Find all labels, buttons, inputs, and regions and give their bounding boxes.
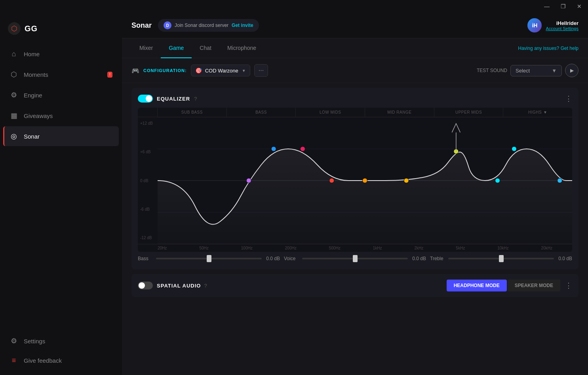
equalizer-title: EQUALIZER: [157, 96, 190, 102]
settings-icon: ⚙: [10, 337, 18, 345]
discord-text: Join Sonar discord server: [175, 23, 228, 28]
bass-slider-thumb[interactable]: [207, 255, 211, 262]
config-game-name: COD Warzone: [205, 68, 238, 74]
page-title: Sonar: [131, 21, 152, 30]
tab-game[interactable]: Game: [161, 38, 192, 58]
spatial-audio-toggle[interactable]: [138, 282, 153, 289]
y-label-6: +6 dB: [140, 150, 155, 154]
sidebar-item-moments[interactable]: ⬡ Moments !: [3, 65, 119, 84]
feedback-icon: ≡: [10, 356, 18, 365]
speaker-mode-button[interactable]: SPEAKER MODE: [508, 280, 560, 291]
treble-slider-track[interactable]: [448, 258, 554, 259]
bass-slider-track[interactable]: [156, 258, 262, 259]
voice-slider-group: Voice 0.0 dB: [284, 256, 426, 261]
voice-slider-value: 0.0 dB: [412, 256, 426, 261]
config-bar: 🎮 CONFIGURATION: 🎯 COD Warzone ▼ ··· TES…: [122, 58, 588, 83]
x-label-100hz: 100Hz: [241, 246, 253, 250]
bass-slider-value: 0.0 dB: [266, 256, 280, 261]
sidebar-settings-label: Settings: [24, 338, 112, 345]
y-label-n12: -12 dB: [140, 236, 155, 240]
y-label-n6: -6 dB: [140, 207, 155, 211]
moments-icon: ⬡: [10, 70, 18, 79]
eq-bands-header: SUB BASS BASS LOW MIDS MID RANGE UPPER M…: [138, 108, 572, 117]
main-header: Sonar D Join Sonar discord server Get in…: [122, 13, 588, 38]
tab-microphone[interactable]: Microphone: [219, 38, 264, 58]
equalizer-help-icon[interactable]: ?: [194, 96, 197, 102]
discord-logo-icon: D: [164, 21, 171, 29]
sidebar-item-sonar[interactable]: ◎ Sonar: [3, 126, 119, 146]
y-label-12: +12 dB: [140, 121, 155, 126]
test-sound-value: Select: [516, 68, 530, 74]
spatial-mode-buttons: HEADPHONE MODE SPEAKER MODE: [447, 280, 560, 291]
test-sound-dropdown[interactable]: Select ▼: [510, 65, 562, 76]
sidebar-item-label: Engine: [24, 92, 112, 99]
spatial-more-button[interactable]: ⋮: [565, 281, 572, 290]
sonar-icon: ◎: [10, 132, 18, 141]
equalizer-more-button[interactable]: ⋮: [565, 94, 572, 103]
bass-slider-label: Bass: [138, 256, 152, 261]
tabs-bar: Mixer Game Chat Microphone Having any is…: [122, 38, 588, 58]
band-low-mids: LOW MIDS: [296, 108, 365, 117]
equalizer-section: EQUALIZER ? ⋮ SUB BASS BASS LOW MIDS MID…: [131, 88, 578, 269]
x-label-5khz: 5kHz: [456, 246, 465, 250]
header-user: iH iHellrider Account Settings: [527, 18, 578, 32]
sidebar-logo: ⬡ GG: [0, 17, 122, 44]
get-help-link[interactable]: Get help: [561, 46, 578, 51]
highs-expand-icon[interactable]: ▼: [543, 110, 547, 114]
sidebar-item-feedback[interactable]: ≡ Give feedback: [3, 351, 119, 370]
titlebar: — ❐ ✕: [0, 0, 588, 13]
play-button[interactable]: ▶: [565, 64, 578, 77]
app-body: ⬡ GG ⌂ Home ⬡ Moments ! ⚙ Engine ▦ Givea…: [0, 13, 588, 375]
warzone-icon: 🎯: [195, 67, 202, 74]
treble-slider-label: Treble: [430, 256, 444, 261]
test-sound-label: TEST SOUND: [477, 68, 507, 73]
sidebar-item-label: Moments: [24, 71, 102, 78]
tab-mixer[interactable]: Mixer: [131, 38, 161, 58]
tab-chat[interactable]: Chat: [192, 38, 219, 58]
spatial-audio-title: SPATIAL AUDIO: [157, 283, 201, 289]
maximize-button[interactable]: ❐: [558, 2, 569, 11]
sidebar-item-label: Home: [24, 51, 112, 57]
moments-badge: !: [107, 72, 112, 78]
equalizer-sliders: Bass 0.0 dB Voice 0.0 dB T: [138, 252, 572, 263]
voice-slider-thumb[interactable]: [353, 255, 358, 262]
sidebar-feedback-label: Give feedback: [24, 357, 112, 364]
sidebar-item-home[interactable]: ⌂ Home: [3, 44, 119, 64]
voice-slider-label: Voice: [284, 256, 298, 261]
equalizer-toggle[interactable]: [138, 95, 153, 103]
treble-slider-value: 0.0 dB: [558, 256, 572, 261]
x-label-20khz: 20kHz: [541, 246, 552, 250]
band-mid-range: MID RANGE: [365, 108, 434, 117]
spatial-help-icon[interactable]: ?: [204, 283, 207, 289]
discord-promo[interactable]: D Join Sonar discord server Get invite: [158, 19, 259, 32]
logo-text: GG: [25, 24, 38, 33]
user-name: iHellrider: [546, 20, 578, 26]
close-button[interactable]: ✕: [574, 2, 585, 11]
treble-slider-group: Treble 0.0 dB: [430, 256, 572, 261]
sidebar-item-giveaways[interactable]: ▦ Giveaways: [3, 106, 119, 126]
y-label-0: 0 dB: [140, 179, 155, 183]
toggle-knob: [146, 95, 152, 102]
treble-slider-thumb[interactable]: [499, 255, 504, 262]
spatial-toggle-knob: [139, 282, 145, 289]
sidebar: ⬡ GG ⌂ Home ⬡ Moments ! ⚙ Engine ▦ Givea…: [0, 13, 122, 375]
equalizer-header: EQUALIZER ? ⋮: [138, 94, 572, 103]
headphone-mode-button[interactable]: HEADPHONE MODE: [447, 280, 507, 291]
band-upper-mids: UPPER MIDS: [434, 108, 504, 117]
logo-icon: ⬡: [8, 22, 21, 35]
band-sub-bass: SUB BASS: [158, 108, 227, 117]
voice-slider-track[interactable]: [302, 258, 408, 259]
config-more-button[interactable]: ···: [254, 64, 268, 77]
giveaways-icon: ▦: [10, 111, 18, 120]
minimize-button[interactable]: —: [541, 2, 553, 11]
eq-curve-canvas[interactable]: [158, 117, 572, 244]
sidebar-item-settings[interactable]: ⚙ Settings: [3, 331, 119, 351]
sidebar-item-engine[interactable]: ⚙ Engine: [3, 85, 119, 105]
get-invite-link[interactable]: Get invite: [232, 23, 253, 28]
sidebar-item-label: Sonar: [24, 133, 112, 140]
scrollable-main: EQUALIZER ? ⋮ SUB BASS BASS LOW MIDS MID…: [122, 83, 588, 375]
gamepad-icon: 🎮: [131, 67, 139, 74]
configuration-dropdown[interactable]: 🎯 COD Warzone ▼: [191, 65, 250, 76]
eq-x-labels: 20Hz 50Hz 100Hz 200Hz 500Hz 1kHz 2kHz 5k…: [138, 244, 572, 252]
account-settings-link[interactable]: Account Settings: [546, 26, 578, 31]
